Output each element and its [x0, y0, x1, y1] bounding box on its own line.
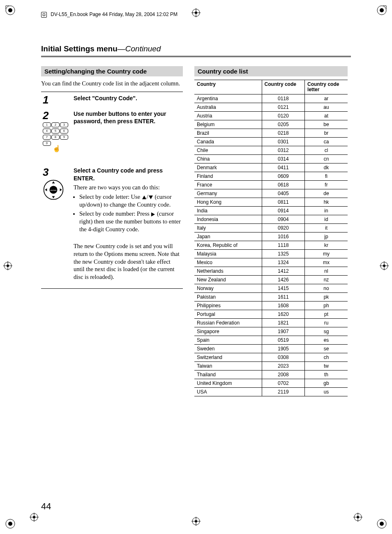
svg-text:ENTER: ENTER: [51, 189, 57, 191]
cell-code: 1325: [262, 250, 304, 258]
cell-country: Mexico: [194, 258, 262, 267]
table-body: Argentina0118arAustralia0121auAustria012…: [194, 94, 348, 396]
cell-letter: in: [305, 207, 348, 215]
svg-point-11: [7, 265, 9, 267]
cell-letter: pk: [305, 293, 348, 302]
cell-code: 0312: [262, 146, 304, 155]
registration-mark-icon: [353, 513, 362, 522]
cell-letter: es: [305, 336, 348, 345]
cell-code: 0301: [262, 138, 304, 146]
svg-point-15: [383, 265, 385, 267]
table-row: Chile0312cl: [194, 146, 348, 155]
table-row: Canada0301ca: [194, 138, 348, 146]
step-digit: 1: [43, 94, 74, 105]
cell-letter: de: [305, 189, 348, 198]
country-code-table: Country Country code Country code letter…: [194, 80, 348, 396]
page: DV-L55_En.book Page 44 Friday, May 28, 2…: [0, 0, 392, 534]
table-row: Hong Kong0811hk: [194, 198, 348, 207]
cell-letter: th: [305, 371, 348, 379]
cell-letter: ch: [305, 353, 348, 362]
svg-marker-38: [60, 189, 62, 191]
cell-code: 0314: [262, 155, 304, 163]
cell-letter: hk: [305, 198, 348, 207]
step-digit: 2: [43, 110, 74, 121]
cell-country: Korea, Republic of: [194, 241, 262, 250]
cell-country: Germany: [194, 189, 262, 198]
registration-mark-icon: [380, 261, 389, 270]
cell-letter: it: [305, 224, 348, 232]
cell-letter: pt: [305, 310, 348, 319]
cell-letter: ca: [305, 138, 348, 146]
crop-mark-icon: [376, 5, 387, 16]
cell-country: Austria: [194, 112, 262, 120]
cell-country: Belgium: [194, 120, 262, 129]
cell-code: 0904: [262, 215, 304, 224]
print-header-text: DV-L55_En.book Page 44 Friday, May 28, 2…: [51, 12, 178, 17]
cell-code: 0811: [262, 198, 304, 207]
svg-point-23: [195, 520, 197, 522]
table-row: China0314cn: [194, 155, 348, 163]
book-icon: [41, 12, 47, 18]
cell-letter: my: [305, 250, 348, 258]
cell-country: India: [194, 207, 262, 215]
table-row: Australia0121au: [194, 103, 348, 112]
cell-country: Thailand: [194, 371, 262, 379]
cell-country: Australia: [194, 103, 262, 112]
cell-country: New Zealand: [194, 276, 262, 284]
running-title-main: Initial Settings menu: [41, 44, 118, 53]
cell-letter: jp: [305, 232, 348, 241]
registration-mark-icon: [191, 517, 201, 526]
cell-code: 1907: [262, 327, 304, 336]
table-row: Indonesia0904id: [194, 215, 348, 224]
cell-country: Spain: [194, 336, 262, 345]
crop-mark-icon: [376, 518, 387, 529]
section-heading-country-setting: Setting/changing the Country code: [41, 66, 183, 76]
number-keypad-icon: 123 456 789 0 ☝: [43, 122, 71, 152]
right-column: Country code list Country Country code C…: [194, 66, 348, 396]
cell-country: Russian Federation: [194, 319, 262, 327]
cell-code: 1426: [262, 276, 304, 284]
cell-code: 1118: [262, 241, 304, 250]
cell-code: 0118: [262, 94, 304, 103]
cell-code: 0519: [262, 336, 304, 345]
step-body: Use number buttons to enter your passwor…: [74, 110, 181, 127]
table-row: France0618fr: [194, 181, 348, 189]
table-row: Switzerland0308ch: [194, 353, 348, 362]
dpad-enter-icon: ENTER: [43, 179, 74, 202]
table-header-country: Country: [194, 80, 262, 94]
table-row: United Kingdom0702gb: [194, 379, 348, 388]
cell-code: 0218: [262, 129, 304, 138]
cell-code: 0205: [262, 120, 304, 129]
cell-country: China: [194, 155, 262, 163]
table-row: Taiwan2023tw: [194, 362, 348, 371]
step-title: Select a Country code and press ENTER.: [74, 167, 181, 182]
table-row: Germany0405de: [194, 189, 348, 198]
cell-country: Indonesia: [194, 215, 262, 224]
cell-letter: mx: [305, 258, 348, 267]
cell-code: 0405: [262, 189, 304, 198]
bullet-text: Select by code letter: Use: [79, 193, 142, 200]
cell-letter: at: [305, 112, 348, 120]
cell-country: Hong Kong: [194, 198, 262, 207]
cell-country: Denmark: [194, 163, 262, 172]
step-digit: 3: [43, 167, 74, 177]
cell-code: 1620: [262, 310, 304, 319]
bullet-code-letter: Select by code letter: Use / (cursor up/…: [79, 193, 181, 209]
svg-point-27: [33, 516, 35, 518]
two-column-layout: Setting/changing the Country code You ca…: [41, 66, 351, 396]
cell-code: 0120: [262, 112, 304, 120]
svg-point-7: [380, 522, 384, 526]
registration-mark-icon: [3, 261, 12, 270]
table-header-letter: Country code letter: [305, 80, 348, 94]
cell-country: Singapore: [194, 327, 262, 336]
cell-letter: br: [305, 129, 348, 138]
step-bullets: Select by code letter: Use / (cursor up/…: [74, 193, 181, 233]
cell-country: Pakistan: [194, 293, 262, 302]
step-3: 3 ENTER: [43, 167, 181, 281]
cell-code: 0121: [262, 103, 304, 112]
table-row: Malaysia1325my: [194, 250, 348, 258]
table-row: Thailand2008th: [194, 371, 348, 379]
cell-country: Malaysia: [194, 250, 262, 258]
cell-code: 1415: [262, 284, 304, 293]
crop-mark-icon: [5, 518, 16, 529]
